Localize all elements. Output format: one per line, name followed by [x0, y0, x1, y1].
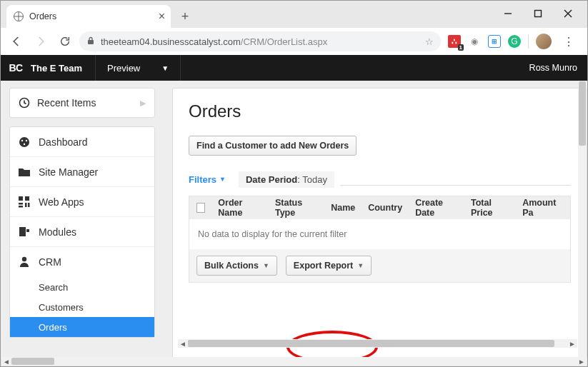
- clock-icon: [19, 97, 30, 109]
- folder-icon: [19, 166, 30, 178]
- caret-down-icon: ▼: [161, 64, 169, 72]
- nav-modules[interactable]: Modules: [10, 217, 154, 247]
- url-text: theeteam04.businesscatalyst.com/CRM/Orde…: [101, 36, 327, 47]
- globe-icon: [14, 11, 24, 21]
- grammarly-icon[interactable]: G: [508, 35, 521, 48]
- app-title: The E Team: [31, 63, 95, 74]
- tab-title: Orders: [29, 11, 56, 21]
- svg-rect-13: [19, 206, 23, 208]
- caret-down-icon: ▼: [263, 262, 269, 269]
- modules-icon: [19, 226, 30, 238]
- extension-icon-2[interactable]: ⊞: [488, 35, 501, 48]
- user-menu[interactable]: Ross Munro: [519, 63, 587, 73]
- col-status-type[interactable]: Status Type: [275, 198, 318, 218]
- svg-point-18: [22, 257, 26, 261]
- crm-sub-search[interactable]: Search: [10, 277, 154, 297]
- scroll-right-icon[interactable]: ►: [577, 358, 587, 366]
- col-amount-paid[interactable]: Amount Pa: [522, 198, 563, 218]
- scroll-left-icon[interactable]: ◄: [1, 358, 11, 366]
- crm-sub-orders[interactable]: Orders: [10, 317, 154, 337]
- person-icon: [19, 256, 30, 268]
- divider: [340, 185, 571, 186]
- select-all-checkbox[interactable]: [196, 203, 205, 213]
- window-horizontal-scrollbar[interactable]: ◄ ►: [1, 357, 587, 366]
- bulk-actions-dropdown[interactable]: Bulk Actions ▼: [196, 256, 277, 276]
- address-bar[interactable]: theeteam04.businesscatalyst.com/CRM/Orde…: [79, 31, 441, 51]
- col-total-price[interactable]: Total Price: [471, 198, 509, 218]
- new-tab-button[interactable]: +: [175, 6, 195, 26]
- page-title: Orders: [189, 101, 571, 121]
- svg-rect-15: [28, 203, 30, 207]
- recent-items-button[interactable]: Recent Items ▶: [10, 89, 154, 117]
- bc-logo[interactable]: BC: [1, 62, 31, 74]
- separator: [528, 34, 529, 49]
- nav-label: CRM: [39, 256, 61, 268]
- caret-down-icon: ▼: [219, 176, 226, 183]
- nav-label: Dashboard: [39, 136, 88, 148]
- content-horizontal-scrollbar[interactable]: ◄ ►: [178, 339, 577, 348]
- extension-icon[interactable]: ∴1: [448, 35, 461, 48]
- nav-site-manager[interactable]: Site Manager: [10, 157, 154, 187]
- gauge-icon: [19, 136, 30, 148]
- find-customer-button[interactable]: Find a Customer to add New Orders: [189, 136, 357, 156]
- svg-rect-10: [19, 196, 23, 201]
- window-minimize-button[interactable]: [493, 4, 523, 24]
- camera-icon[interactable]: ◉: [468, 35, 481, 48]
- vertical-scrollbar[interactable]: [578, 81, 587, 357]
- window-close-button[interactable]: [553, 4, 583, 24]
- svg-rect-4: [88, 40, 94, 44]
- nav-dashboard[interactable]: Dashboard: [10, 127, 154, 157]
- empty-message: No data to display for the current filte…: [189, 219, 570, 249]
- profile-avatar[interactable]: [536, 34, 552, 49]
- star-icon[interactable]: ☆: [425, 36, 434, 47]
- recent-items-label: Recent Items: [37, 97, 96, 109]
- date-period-label: Date Period: [246, 174, 297, 185]
- filters-dropdown[interactable]: Filters ▼: [189, 174, 226, 185]
- preview-dropdown[interactable]: Preview ▼: [95, 55, 181, 81]
- reload-button[interactable]: [55, 31, 75, 51]
- export-report-label: Export Report: [294, 261, 353, 271]
- nav-label: Web Apps: [39, 196, 84, 208]
- filters-label: Filters: [189, 174, 216, 185]
- scroll-left-icon[interactable]: ◄: [178, 340, 188, 348]
- browser-menu-button[interactable]: ⋮: [559, 31, 579, 51]
- svg-point-7: [21, 139, 23, 141]
- crm-sub-customers[interactable]: Customers: [10, 297, 154, 317]
- date-period-filter[interactable]: Date Period: Today: [239, 171, 334, 188]
- svg-point-8: [26, 139, 27, 141]
- window-maximize-button[interactable]: [523, 4, 553, 24]
- svg-rect-11: [25, 196, 29, 201]
- svg-rect-16: [19, 227, 26, 236]
- svg-point-6: [19, 137, 29, 147]
- bulk-actions-label: Bulk Actions: [204, 261, 259, 271]
- nav-web-apps[interactable]: Web Apps: [10, 187, 154, 217]
- forward-button[interactable]: [31, 31, 51, 51]
- svg-rect-12: [19, 203, 23, 205]
- col-name[interactable]: Name: [331, 203, 355, 213]
- date-period-value: Today: [302, 174, 327, 185]
- svg-rect-14: [25, 203, 27, 207]
- lock-icon: [86, 36, 95, 47]
- browser-tab[interactable]: Orders ×: [6, 5, 171, 28]
- nav-label: Modules: [39, 226, 76, 238]
- svg-rect-17: [26, 229, 29, 232]
- orders-table: Order Name Status Type Name Country Crea…: [189, 196, 571, 283]
- chevron-right-icon: ▶: [140, 99, 146, 108]
- col-country[interactable]: Country: [368, 203, 402, 213]
- svg-rect-1: [535, 11, 542, 17]
- back-button[interactable]: [6, 31, 26, 51]
- preview-label: Preview: [107, 63, 140, 74]
- apps-icon: [19, 196, 30, 208]
- svg-point-9: [24, 143, 25, 144]
- export-report-dropdown[interactable]: Export Report ▼: [286, 256, 372, 276]
- nav-label: Site Manager: [39, 166, 98, 178]
- tab-close-button[interactable]: ×: [159, 10, 165, 23]
- caret-down-icon: ▼: [357, 262, 364, 269]
- scroll-right-icon[interactable]: ►: [567, 340, 577, 348]
- col-order-name[interactable]: Order Name: [218, 198, 262, 218]
- col-create-date[interactable]: Create Date: [415, 198, 458, 218]
- nav-crm[interactable]: CRM: [10, 247, 154, 277]
